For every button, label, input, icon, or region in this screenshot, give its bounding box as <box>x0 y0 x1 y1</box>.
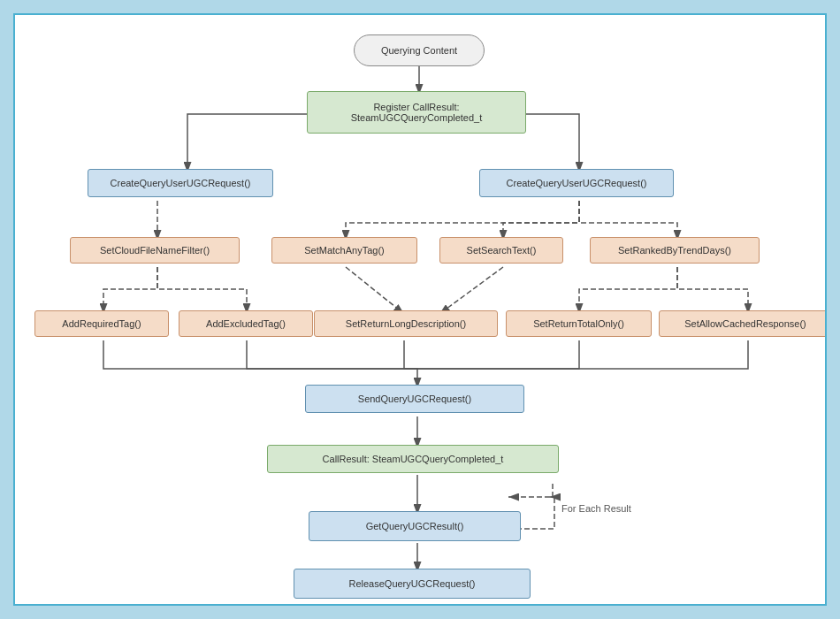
node-add-excluded-tag: AddExcludedTag() <box>179 310 313 337</box>
node-get-query-result: GetQueryUGCResult() <box>309 511 521 541</box>
node-release-query: ReleaseQueryUGCRequest() <box>294 569 531 599</box>
for-each-result-label: For Each Result <box>561 503 631 514</box>
node-register-callresult: Register CallResult: SteamUGCQueryComple… <box>307 91 526 134</box>
node-set-match-any-tag-label: SetMatchAnyTag() <box>304 245 384 256</box>
node-set-return-long: SetReturnLongDescription() <box>314 310 498 337</box>
node-add-excluded-tag-label: AddExcludedTag() <box>206 318 286 329</box>
node-create-query-left: CreateQueryUserUGCRequest() <box>88 169 273 197</box>
node-add-required-tag-label: AddRequiredTag() <box>62 318 141 329</box>
node-set-return-total-label: SetReturnTotalOnly() <box>533 318 624 329</box>
node-set-return-total: SetReturnTotalOnly() <box>506 310 652 337</box>
node-create-query-right: CreateQueryUserUGCRequest() <box>479 169 674 197</box>
node-set-allow-cached-label: SetAllowCachedResponse() <box>684 318 806 329</box>
node-call-result-label: CallResult: SteamUGCQueryCompleted_t <box>323 454 504 464</box>
node-set-return-long-label: SetReturnLongDescription() <box>346 318 466 329</box>
node-register-callresult-label: Register CallResult: SteamUGCQueryComple… <box>351 102 483 123</box>
node-send-query-label: SendQueryUGCRequest() <box>358 394 471 404</box>
node-set-match-any-tag: SetMatchAnyTag() <box>271 237 417 264</box>
node-set-ranked-trend-label: SetRankedByTrendDays() <box>618 245 731 256</box>
svg-line-5 <box>439 267 503 314</box>
node-set-ranked-trend: SetRankedByTrendDays() <box>590 237 760 264</box>
node-create-query-right-label: CreateQueryUserUGCRequest() <box>507 178 647 188</box>
node-call-result: CallResult: SteamUGCQueryCompleted_t <box>267 445 559 473</box>
node-send-query: SendQueryUGCRequest() <box>305 385 524 413</box>
node-set-cloud-file: SetCloudFileNameFilter() <box>70 237 240 264</box>
node-release-query-label: ReleaseQueryUGCRequest() <box>348 578 475 589</box>
node-add-required-tag: AddRequiredTag() <box>34 310 169 337</box>
node-set-search-text-label: SetSearchText() <box>467 245 537 256</box>
svg-line-4 <box>346 267 404 314</box>
node-set-cloud-file-label: SetCloudFileNameFilter() <box>100 245 210 256</box>
node-set-allow-cached: SetAllowCachedResponse() <box>659 310 827 337</box>
node-get-query-result-label: GetQueryUGCResult() <box>366 521 464 531</box>
node-querying-content: Querying Content <box>354 34 485 66</box>
node-create-query-left-label: CreateQueryUserUGCRequest() <box>111 178 251 188</box>
diagram-container: Querying Content Register CallResult: St… <box>13 13 827 606</box>
node-querying-content-label: Querying Content <box>381 45 457 56</box>
node-set-search-text: SetSearchText() <box>439 237 563 264</box>
